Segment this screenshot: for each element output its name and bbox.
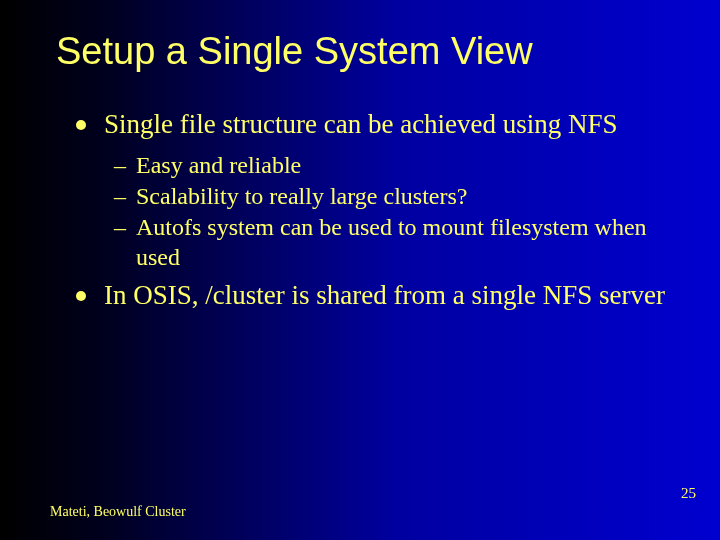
bullet-item: In OSIS, /cluster is shared from a singl… — [76, 280, 670, 312]
bullet-item: Single file structure can be achieved us… — [76, 109, 670, 272]
footer-author: Mateti, Beowulf Cluster — [50, 504, 186, 520]
bullet-text: In OSIS, /cluster is shared from a singl… — [104, 280, 665, 310]
sub-bullet-item: Easy and reliable — [114, 151, 670, 180]
sub-bullet-list: Easy and reliable Scalability to really … — [114, 151, 670, 272]
sub-bullet-item: Scalability to really large clusters? — [114, 182, 670, 211]
footer-page-number: 25 — [681, 485, 696, 502]
bullet-text: Single file structure can be achieved us… — [104, 109, 618, 139]
slide: Setup a Single System View Single file s… — [0, 0, 720, 540]
sub-bullet-item: Autofs system can be used to mount files… — [114, 213, 670, 272]
bullet-list: Single file structure can be achieved us… — [76, 109, 670, 312]
slide-title: Setup a Single System View — [56, 30, 670, 73]
